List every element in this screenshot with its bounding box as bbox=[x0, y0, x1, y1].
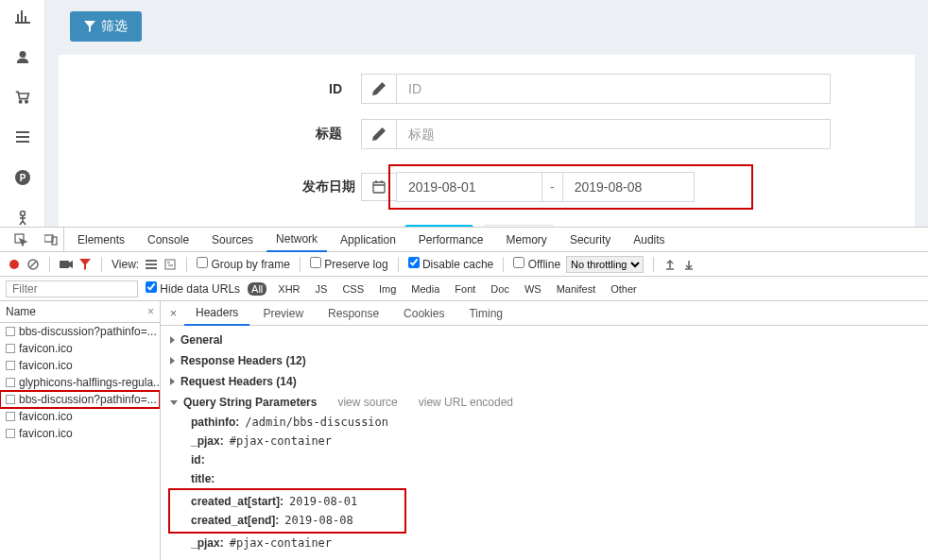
detail-tab-headers[interactable]: Headers bbox=[184, 301, 249, 326]
svg-rect-0 bbox=[15, 22, 30, 24]
user-outline-icon[interactable] bbox=[13, 209, 32, 227]
svg-rect-23 bbox=[146, 267, 157, 269]
request-item[interactable]: bbs-discussion?pathinfo=... bbox=[0, 391, 160, 408]
param-value: #pjax-container bbox=[230, 433, 332, 450]
file-icon bbox=[6, 429, 15, 438]
download-icon[interactable] bbox=[682, 258, 696, 271]
request-list-header[interactable]: Name × bbox=[0, 301, 160, 323]
param-value: 2019-08-01 bbox=[289, 493, 357, 510]
type-doc[interactable]: Doc bbox=[487, 282, 513, 296]
date-end-input[interactable] bbox=[562, 172, 695, 202]
filter-toggle-icon[interactable] bbox=[78, 258, 92, 271]
hide-data-urls[interactable]: Hide data URLs bbox=[146, 281, 240, 296]
detail-tab-response[interactable]: Response bbox=[317, 301, 390, 326]
tab-sources[interactable]: Sources bbox=[202, 228, 263, 252]
type-js[interactable]: JS bbox=[312, 282, 332, 296]
cart-icon[interactable] bbox=[13, 88, 32, 106]
date-separator: - bbox=[542, 172, 562, 202]
tab-audits[interactable]: Audits bbox=[624, 228, 674, 252]
section-query-params[interactable]: Query String Parameters view source view… bbox=[170, 392, 919, 413]
record-icon[interactable] bbox=[8, 258, 21, 271]
inspect-icon[interactable] bbox=[8, 228, 34, 252]
detail-tab-preview[interactable]: Preview bbox=[251, 301, 315, 326]
filter-button[interactable]: 筛选 bbox=[70, 11, 142, 42]
request-item[interactable]: favicon.ico bbox=[0, 340, 160, 357]
type-ws[interactable]: WS bbox=[521, 282, 545, 296]
type-manifest[interactable]: Manifest bbox=[553, 282, 600, 296]
filter-input[interactable] bbox=[6, 280, 138, 297]
type-css[interactable]: CSS bbox=[338, 282, 368, 296]
section-response-headers[interactable]: Response Headers (12) bbox=[170, 350, 919, 371]
svg-point-6 bbox=[25, 100, 26, 102]
tab-elements[interactable]: Elements bbox=[68, 228, 134, 252]
offline[interactable]: Offline bbox=[513, 257, 560, 271]
tab-performance[interactable]: Performance bbox=[409, 228, 493, 252]
view-url-encoded-link[interactable]: view URL encoded bbox=[419, 394, 513, 411]
param-key: created_at[end]: bbox=[191, 512, 279, 529]
file-icon bbox=[6, 361, 15, 370]
tab-network[interactable]: Network bbox=[266, 228, 327, 252]
sidebar: P bbox=[0, 0, 45, 227]
caret-down-icon bbox=[170, 400, 178, 405]
request-item[interactable]: glyphicons-halflings-regula... bbox=[0, 374, 160, 391]
preserve-log[interactable]: Preserve log bbox=[310, 257, 388, 271]
view-waterfall-icon[interactable] bbox=[163, 258, 177, 271]
id-input[interactable] bbox=[396, 74, 831, 104]
type-font[interactable]: Font bbox=[451, 282, 479, 296]
svg-rect-20 bbox=[60, 261, 69, 268]
section-request-headers[interactable]: Request Headers (14) bbox=[170, 371, 919, 392]
svg-rect-8 bbox=[16, 136, 29, 138]
type-media[interactable]: Media bbox=[407, 282, 443, 296]
chart-icon[interactable] bbox=[13, 8, 32, 25]
type-other[interactable]: Other bbox=[607, 282, 641, 296]
detail-tab-timing[interactable]: Timing bbox=[457, 301, 514, 326]
request-list: Name × bbs-discussion?pathinfo=...favico… bbox=[0, 301, 161, 560]
type-all[interactable]: All bbox=[248, 282, 266, 296]
param-row: created_at[start]:2019-08-01 bbox=[170, 492, 404, 511]
type-xhr[interactable]: XHR bbox=[274, 282, 303, 296]
param-key: _pjax: bbox=[191, 535, 224, 552]
camera-icon[interactable] bbox=[60, 258, 73, 271]
pencil-icon bbox=[361, 119, 396, 149]
date-start-input[interactable] bbox=[396, 172, 542, 202]
bars-icon[interactable] bbox=[13, 128, 32, 146]
disable-cache[interactable]: Disable cache bbox=[408, 257, 494, 271]
network-filterbar: Hide data URLs All XHR JS CSS Img Media … bbox=[0, 277, 928, 301]
request-item[interactable]: bbs-discussion?pathinfo=... bbox=[0, 323, 160, 340]
devtools: Elements Console Sources Network Applica… bbox=[0, 227, 928, 560]
request-item[interactable]: favicon.ico bbox=[0, 357, 160, 374]
device-mode-icon[interactable] bbox=[38, 228, 64, 252]
detail-panel: × Headers Preview Response Cookies Timin… bbox=[161, 301, 928, 560]
section-general[interactable]: General bbox=[170, 330, 919, 350]
type-img[interactable]: Img bbox=[375, 282, 400, 296]
clear-icon[interactable] bbox=[26, 258, 40, 271]
request-item[interactable]: favicon.ico bbox=[0, 408, 160, 425]
tab-memory[interactable]: Memory bbox=[497, 228, 557, 252]
tab-security[interactable]: Security bbox=[560, 228, 620, 252]
funnel-icon bbox=[84, 21, 95, 32]
highlighted-params: created_at[start]:2019-08-01created_at[e… bbox=[168, 488, 406, 534]
request-name: favicon.ico bbox=[19, 342, 73, 355]
detail-tab-cookies[interactable]: Cookies bbox=[392, 301, 455, 326]
caret-icon bbox=[170, 336, 175, 344]
request-item[interactable]: favicon.ico bbox=[0, 425, 160, 442]
throttling-select[interactable]: No throttling bbox=[566, 256, 644, 273]
view-source-link[interactable]: view source bbox=[337, 394, 397, 411]
file-icon bbox=[6, 378, 15, 387]
svg-point-18 bbox=[9, 260, 19, 269]
tab-console[interactable]: Console bbox=[138, 228, 198, 252]
request-name: favicon.ico bbox=[19, 359, 73, 372]
user-icon[interactable] bbox=[13, 48, 32, 66]
headers-content: General Response Headers (12) Request He… bbox=[161, 326, 928, 556]
close-detail-icon[interactable]: × bbox=[164, 307, 182, 320]
upload-icon[interactable] bbox=[663, 258, 677, 271]
title-input[interactable] bbox=[396, 119, 831, 149]
circle-p-icon[interactable]: P bbox=[13, 169, 32, 187]
view-list-icon[interactable] bbox=[145, 258, 158, 271]
param-key: created_at[start]: bbox=[191, 493, 284, 510]
group-by-frame[interactable]: Group by frame bbox=[197, 257, 290, 271]
form-row-id: ID bbox=[96, 74, 877, 104]
detail-tabs: × Headers Preview Response Cookies Timin… bbox=[161, 301, 928, 326]
tab-application[interactable]: Application bbox=[331, 228, 405, 252]
svg-rect-22 bbox=[146, 263, 157, 265]
